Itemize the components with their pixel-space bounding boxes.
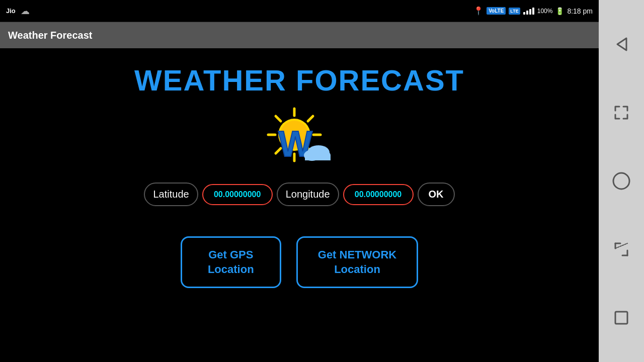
lte-badge: LTE xyxy=(509,8,520,15)
volte-badge: VoLTE xyxy=(487,7,506,15)
status-bar: Jio ☁ 📍 VoLTE LTE 100% 🔋 8:18 pm xyxy=(0,0,599,22)
time-display: 8:18 pm xyxy=(567,7,593,15)
phone-screen: Jio ☁ 📍 VoLTE LTE 100% 🔋 8:18 pm Weather… xyxy=(0,0,599,362)
signal-bar-4 xyxy=(532,8,534,15)
signal-bar-1 xyxy=(523,12,525,15)
svg-marker-15 xyxy=(617,38,626,50)
signal-bars xyxy=(523,8,534,15)
battery-text: 100% xyxy=(537,8,553,15)
svg-point-16 xyxy=(613,173,629,189)
battery-icon: 🔋 xyxy=(555,7,564,15)
minimize-button[interactable] xyxy=(606,234,636,264)
get-gps-button[interactable]: Get GPS Location xyxy=(181,236,281,288)
longitude-input[interactable]: 00.00000000 xyxy=(343,184,414,205)
app-titlebar: Weather Forecast xyxy=(0,22,599,48)
signal-bar-2 xyxy=(526,11,528,15)
main-content: WEATHER FORECAST xyxy=(0,48,599,362)
right-nav xyxy=(599,0,644,362)
latitude-input[interactable]: 00.00000000 xyxy=(202,184,273,205)
square-button[interactable] xyxy=(606,303,636,333)
expand-button[interactable] xyxy=(606,98,636,128)
gps-button-line2: Location xyxy=(208,263,254,276)
weather-logo: W xyxy=(259,102,340,172)
longitude-label: Longitude xyxy=(277,183,339,206)
svg-line-5 xyxy=(308,116,313,121)
get-network-button[interactable]: Get NETWORK Location xyxy=(296,236,418,288)
ok-button[interactable]: OK xyxy=(418,183,455,206)
status-right: 📍 VoLTE LTE 100% 🔋 8:18 pm xyxy=(473,6,593,16)
svg-line-4 xyxy=(276,116,281,121)
carrier-label: Jio xyxy=(6,7,16,15)
svg-rect-22 xyxy=(615,312,627,324)
home-button[interactable] xyxy=(606,166,636,196)
weather-title: WEATHER FORECAST xyxy=(134,63,464,97)
app-title: Weather Forecast xyxy=(8,30,92,41)
status-left: Jio ☁ xyxy=(6,6,30,17)
signal-bar-3 xyxy=(529,9,531,15)
cloud-icon: ☁ xyxy=(21,6,30,17)
gps-button-line1: Get GPS xyxy=(208,248,253,261)
location-row: Latitude 00.00000000 Longitude 00.000000… xyxy=(144,183,454,206)
latitude-label: Latitude xyxy=(144,183,198,206)
location-icon: 📍 xyxy=(473,6,484,16)
network-button-line2: Location xyxy=(334,263,380,276)
svg-rect-14 xyxy=(305,155,331,160)
action-buttons: Get GPS Location Get NETWORK Location xyxy=(181,236,418,288)
back-button[interactable] xyxy=(606,29,636,59)
network-button-line1: Get NETWORK xyxy=(318,248,396,261)
